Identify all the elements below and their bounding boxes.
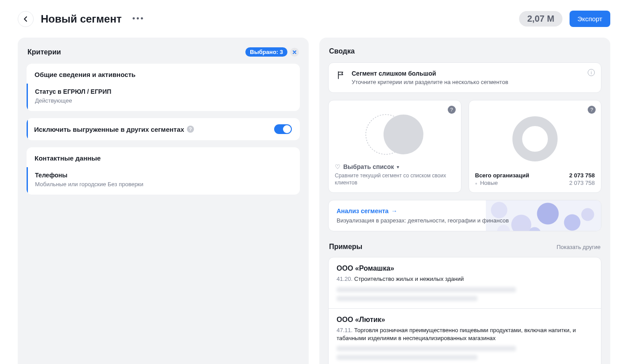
exclude-toggle-label: Исключить выгруженные в других сегментах <box>34 126 184 133</box>
info-icon[interactable]: i <box>588 69 595 76</box>
analysis-link: Анализ сегмента → <box>337 207 593 215</box>
example-desc: Торговля розничная преимущественно пищев… <box>337 327 576 341</box>
page-title: Новый сегмент <box>41 13 122 25</box>
arrow-right-icon: → <box>391 207 397 215</box>
example-name: ООО «Ромашка» <box>337 264 593 272</box>
redacted-line <box>337 346 516 351</box>
count-badge: 2,07 М <box>519 11 562 27</box>
analysis-desc: Визуализация в разрезах: деятельности, г… <box>337 217 593 224</box>
flag-icon <box>337 71 345 80</box>
example-desc: Строительство жилых и нежилых зданий <box>354 276 464 282</box>
show-more-link[interactable]: Показать другие <box>557 244 601 250</box>
criteria-column: Критерии Выбрано: 3 Общие сведения и акт… <box>18 38 309 364</box>
example-item[interactable]: ООО «Ромашка» 41.20. Строительство жилых… <box>329 257 601 308</box>
help-icon[interactable]: ? <box>448 106 456 114</box>
criteria-title: Критерии <box>27 48 61 56</box>
alert-title: Сегмент слишком большой <box>352 70 508 77</box>
select-list-label: Выбрать список <box>343 163 394 170</box>
donut-new-value: 2 073 758 <box>569 180 595 186</box>
selected-count-badge[interactable]: Выбрано: 3 <box>245 47 287 57</box>
exclude-toggle[interactable] <box>274 124 292 134</box>
redacted-line <box>337 296 477 301</box>
criteria-item[interactable]: Телефоны Мобильные или городские Без про… <box>27 167 300 195</box>
donut-chart-icon <box>511 115 559 163</box>
close-icon <box>292 50 297 54</box>
analysis-link-label: Анализ сегмента <box>337 207 388 215</box>
venn-diagram-icon <box>355 110 434 159</box>
criteria-section-title: Общие сведения и активность <box>27 64 300 84</box>
example-item[interactable]: ООО «Лютик» 47.11. Торговля розничная пр… <box>329 309 601 364</box>
redacted-line <box>337 355 477 360</box>
chevron-down-icon: ▾ <box>397 165 399 169</box>
donut-widget: ? Всего организаций 2 073 758 Новые 2 07… <box>469 100 602 193</box>
alert-sub: Уточните критерии или разделите на неско… <box>352 79 508 85</box>
criteria-item-name: Телефоны <box>35 172 292 179</box>
compare-widget: ? ♡ Выбрать список ▾ Сравните текущий се… <box>328 100 461 193</box>
back-button[interactable] <box>18 11 34 27</box>
donut-total-value: 2 073 758 <box>569 172 595 179</box>
select-list-button[interactable]: ♡ Выбрать список ▾ <box>335 163 455 170</box>
svg-point-1 <box>384 115 423 154</box>
example-code: 47.11. <box>337 327 353 333</box>
examples-list: ООО «Ромашка» 41.20. Строительство жилых… <box>328 257 601 364</box>
exclude-card: Исключить выгруженные в других сегментах… <box>27 118 300 140</box>
criteria-card-general: Общие сведения и активность Статус в ЕГР… <box>27 64 300 111</box>
example-name: ООО «Лютик» <box>337 316 593 324</box>
alert-segment-too-big: Сегмент слишком большой Уточните критери… <box>328 62 601 93</box>
criteria-section-title: Контактные данные <box>27 147 300 167</box>
donut-total-label: Всего организаций <box>475 172 530 179</box>
arrow-left-icon <box>22 15 29 23</box>
summary-title: Сводка <box>329 47 355 55</box>
criteria-item-sub: Мобильные или городские Без проверки <box>35 180 292 188</box>
donut-new-label: Новые <box>475 180 498 186</box>
criteria-item-name: Статус в ЕГРЮЛ / ЕГРИП <box>35 88 292 95</box>
help-icon[interactable]: ? <box>588 106 596 114</box>
compare-widget-desc: Сравните текущий сегмент со списком свои… <box>335 172 455 186</box>
svg-point-2 <box>517 121 553 157</box>
examples-title: Примеры <box>329 243 362 251</box>
heart-icon: ♡ <box>335 163 341 170</box>
analysis-card[interactable]: Анализ сегмента → Визуализация в разреза… <box>328 200 601 231</box>
clear-selection-button[interactable] <box>290 48 299 57</box>
criteria-item-sub: Действующее <box>35 97 292 105</box>
example-code: 41.20. <box>337 276 353 282</box>
summary-column: Сводка Сегмент слишком большой Уточните … <box>319 38 610 364</box>
criteria-card-contact: Контактные данные Телефоны Мобильные или… <box>27 147 300 195</box>
more-menu-button[interactable]: ••• <box>129 14 148 23</box>
redacted-line <box>337 287 516 292</box>
criteria-item[interactable]: Статус в ЕГРЮЛ / ЕГРИП Действующее <box>27 84 300 111</box>
export-button[interactable]: Экспорт <box>570 11 610 27</box>
help-icon[interactable]: ? <box>187 126 194 133</box>
